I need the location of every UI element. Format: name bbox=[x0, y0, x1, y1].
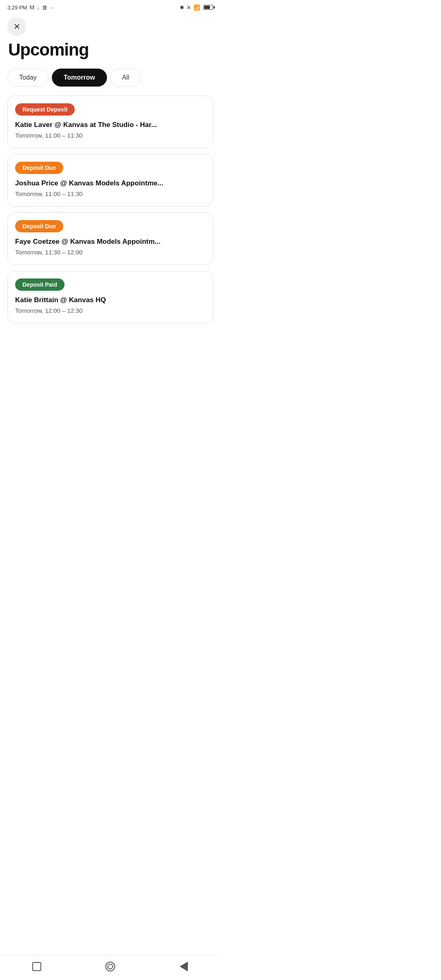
download-icon: ↓ bbox=[37, 4, 40, 11]
page-title: Upcoming bbox=[8, 40, 212, 60]
appointment-card-2[interactable]: Deposit Due Faye Coetzee @ Kanvas Models… bbox=[7, 212, 213, 265]
wifi-icon: 📶 bbox=[194, 4, 200, 11]
battery-icon bbox=[203, 5, 213, 10]
tab-tomorrow[interactable]: Tomorrow bbox=[52, 69, 107, 87]
card-title-0: Katie Laver @ Kanvas at The Studio - Har… bbox=[15, 120, 205, 129]
tab-today[interactable]: Today bbox=[7, 69, 49, 87]
badge-2: Deposit Due bbox=[15, 220, 63, 232]
bluetooth-icon: ✱ bbox=[180, 4, 184, 11]
card-time-2: Tomorrow, 11:30 – 12:00 bbox=[15, 249, 205, 256]
card-time-3: Tomorrow, 12:00 – 12:30 bbox=[15, 307, 205, 314]
close-box-icon: ✕ bbox=[187, 4, 191, 11]
delete-icon: 🗑 bbox=[42, 4, 47, 11]
badge-1: Deposit Due bbox=[15, 162, 63, 174]
more-icon: ··· bbox=[50, 4, 54, 11]
status-bar: 3:29 PM M ↓ 🗑 ··· ✱ ✕ 📶 bbox=[0, 0, 220, 13]
gmail-icon: M bbox=[29, 4, 34, 11]
appointments-list: Request Deposit Katie Laver @ Kanvas at … bbox=[0, 96, 220, 332]
card-time-0: Tomorrow, 11:00 – 11:30 bbox=[15, 132, 205, 139]
card-time-1: Tomorrow, 11:00 – 11:30 bbox=[15, 190, 205, 197]
badge-0: Request Deposit bbox=[15, 103, 75, 116]
status-right: ✱ ✕ 📶 bbox=[180, 4, 213, 11]
appointment-card-3[interactable]: Deposit Paid Katie Brittain @ Kanvas HQ … bbox=[7, 271, 213, 323]
filter-tabs: Today Tomorrow All bbox=[7, 69, 213, 87]
card-title-3: Katie Brittain @ Kanvas HQ bbox=[15, 296, 205, 305]
status-left: 3:29 PM M ↓ 🗑 ··· bbox=[7, 4, 54, 11]
appointment-card-1[interactable]: Deposit Due Joshua Price @ Kanvas Models… bbox=[7, 154, 213, 207]
close-button[interactable]: ✕ bbox=[7, 17, 26, 36]
card-title-1: Joshua Price @ Kanvas Models Appointme..… bbox=[15, 179, 205, 188]
status-time: 3:29 PM bbox=[7, 4, 27, 11]
badge-3: Deposit Paid bbox=[15, 278, 65, 291]
card-title-2: Faye Coetzee @ Kanvas Models Appointm... bbox=[15, 237, 205, 246]
tab-all[interactable]: All bbox=[110, 69, 141, 87]
appointment-card-0[interactable]: Request Deposit Katie Laver @ Kanvas at … bbox=[7, 96, 213, 148]
